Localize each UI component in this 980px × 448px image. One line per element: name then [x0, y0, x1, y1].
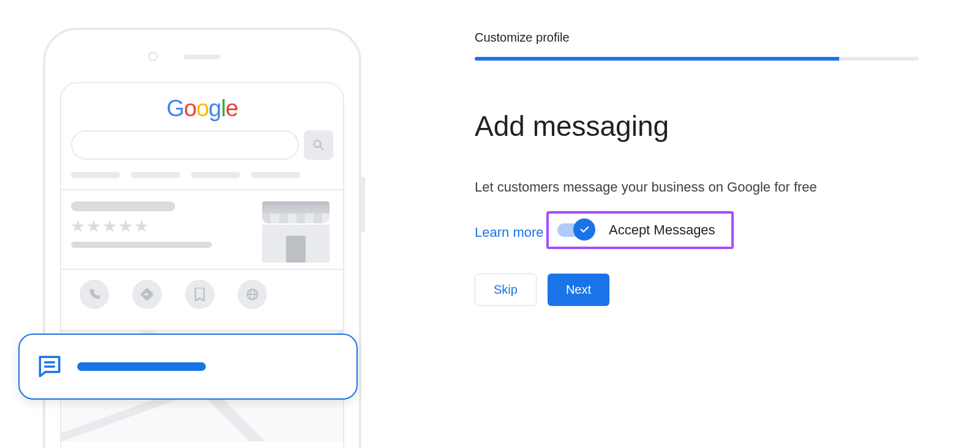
logo-letter-g2: g: [209, 95, 221, 121]
page-description: Let customers message your business on G…: [475, 179, 919, 195]
step-label: Customize profile: [475, 31, 919, 45]
svg-line-1: [320, 147, 323, 150]
star-icon: [103, 220, 116, 233]
google-logo: Google: [61, 95, 343, 122]
toggle-label: Accept Messages: [609, 222, 715, 238]
tab-placeholder: [251, 172, 300, 178]
tab-placeholder: [71, 172, 120, 178]
logo-letter-o2: o: [196, 95, 208, 121]
next-button[interactable]: Next: [548, 274, 609, 306]
phone-speaker: [184, 54, 221, 59]
storefront-icon: [262, 201, 330, 263]
button-row: Skip Next: [475, 274, 919, 306]
progress-fill: [475, 57, 839, 61]
star-icon: [71, 220, 85, 233]
tab-placeholder: [191, 172, 240, 178]
search-row: [71, 130, 333, 160]
tabs-row: [71, 172, 333, 178]
phone-side-button: [361, 177, 365, 232]
accept-messages-highlight: Accept Messages: [546, 211, 734, 249]
logo-letter-g: G: [167, 95, 184, 121]
globe-icon: [238, 280, 267, 309]
phone-camera: [148, 51, 158, 61]
message-text-placeholder: [77, 362, 206, 371]
illustration-panel: Google: [0, 0, 380, 448]
toggle-knob: [573, 218, 595, 241]
logo-letter-o1: o: [184, 95, 196, 121]
message-card: [18, 334, 358, 400]
search-button: [304, 130, 333, 160]
star-icon: [135, 220, 148, 233]
progress-bar: [475, 57, 919, 61]
check-icon: [579, 224, 590, 235]
accept-messages-toggle[interactable]: [557, 223, 592, 237]
call-icon: [80, 280, 109, 309]
logo-letter-e: e: [225, 95, 238, 121]
skip-button[interactable]: Skip: [475, 274, 537, 306]
star-icon: [119, 220, 132, 233]
form-panel: Customize profile Add messaging Let cust…: [380, 0, 980, 448]
star-icon: [87, 220, 100, 233]
bookmark-icon: [185, 280, 214, 309]
action-buttons-row: [61, 270, 343, 319]
result-card: [61, 190, 343, 258]
tab-placeholder: [131, 172, 180, 178]
result-title-placeholder: [71, 201, 175, 211]
search-icon: [312, 138, 325, 152]
search-input-placeholder: [71, 130, 299, 160]
directions-icon: [132, 280, 162, 309]
result-subtitle-placeholder: [71, 242, 212, 248]
chat-icon: [37, 354, 62, 379]
page-heading: Add messaging: [475, 110, 919, 143]
learn-more-link[interactable]: Learn more: [475, 225, 544, 241]
